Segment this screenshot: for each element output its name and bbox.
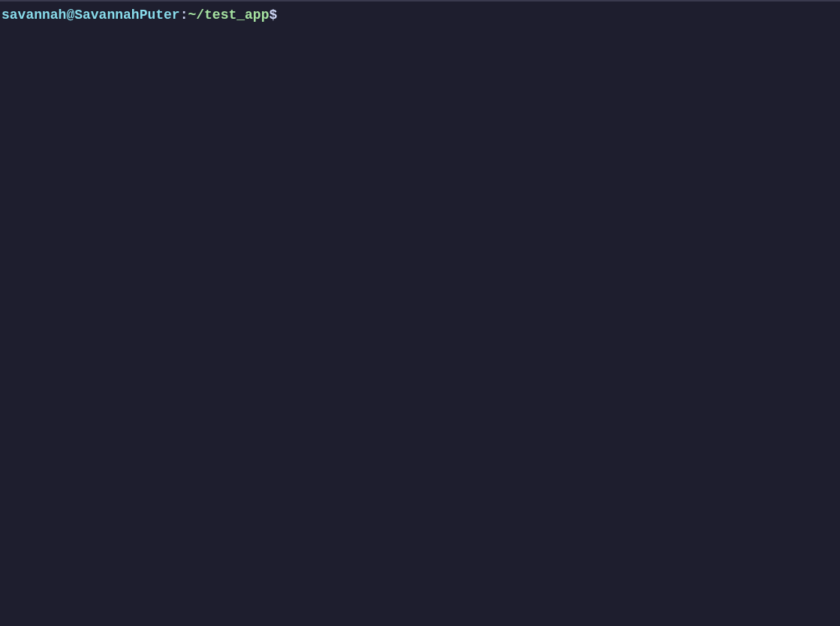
terminal-window[interactable]: savannah@SavannahPuter:~/test_app$ [0,0,840,626]
prompt-line: savannah@SavannahPuter:~/test_app$ [2,6,838,25]
prompt-user-host: savannah@SavannahPuter [2,6,180,25]
prompt-path: ~/test_app [188,6,269,25]
prompt-colon: : [180,6,188,25]
prompt-symbol: $ [269,6,277,25]
